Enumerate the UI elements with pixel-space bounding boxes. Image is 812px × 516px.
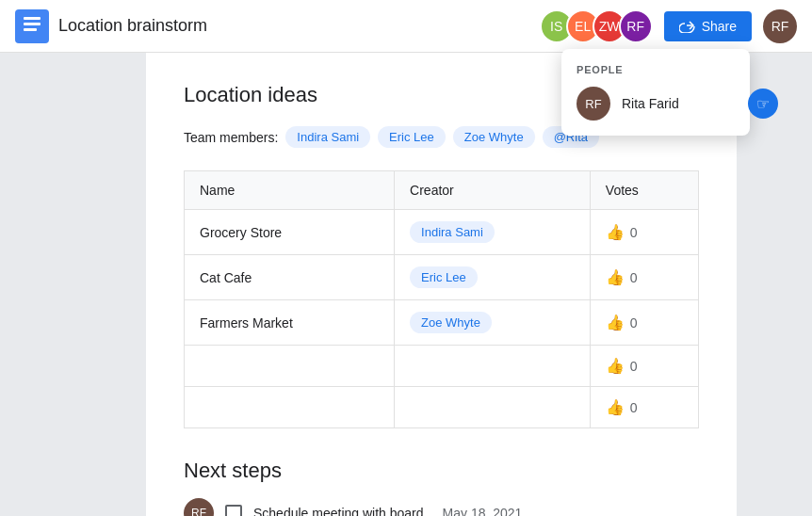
- table-row: Grocery Store Indira Sami 👍 0: [185, 210, 699, 255]
- vote-count: 0: [630, 315, 638, 331]
- row-creator: Indira Sami: [395, 210, 591, 255]
- task-checkbox[interactable]: [225, 505, 242, 516]
- svg-rect-0: [15, 9, 49, 43]
- row-votes[interactable]: 👍 0: [590, 255, 698, 300]
- row-votes[interactable]: 👍 0: [590, 387, 698, 428]
- people-section-label: PEOPLE: [577, 64, 735, 75]
- vote-count: 0: [630, 400, 638, 415]
- task-assignee-avatar: RF: [184, 498, 214, 516]
- header-right: IS EL ZW RF Share RF: [540, 9, 797, 43]
- collaborator-avatars: IS EL ZW RF: [540, 9, 653, 43]
- people-dropdown: PEOPLE RF Rita Farid ☞: [561, 49, 750, 136]
- col-name: Name: [185, 171, 395, 210]
- row-name[interactable]: Farmers Market: [185, 300, 395, 346]
- cursor-indicator: ☞: [748, 89, 778, 119]
- row-votes[interactable]: 👍 0: [590, 210, 698, 255]
- row-name[interactable]: Cat Cafe: [185, 255, 395, 300]
- share-icon: [679, 20, 696, 33]
- col-votes: Votes: [590, 171, 698, 210]
- document-title: Location brainstorm: [58, 16, 207, 36]
- table-row: Cat Cafe Eric Lee 👍 0: [185, 255, 699, 300]
- left-sidebar: [0, 53, 146, 516]
- table-row: 👍 0: [185, 346, 699, 387]
- person-row: RF Rita Farid ☞: [577, 87, 735, 121]
- row-name[interactable]: Grocery Store: [185, 210, 395, 255]
- avatar-rita[interactable]: RF: [619, 9, 653, 43]
- task-text: Schedule meeting with board: [253, 506, 424, 516]
- row-name[interactable]: [185, 346, 395, 387]
- row-name[interactable]: [185, 387, 395, 428]
- thumbs-up-icon: 👍: [606, 357, 625, 375]
- row-creator: Eric Lee: [395, 255, 591, 300]
- share-label: Share: [702, 19, 737, 34]
- svg-rect-3: [24, 28, 37, 31]
- location-ideas-table: Name Creator Votes Grocery Store Indira …: [184, 170, 699, 428]
- thumbs-up-icon: 👍: [606, 268, 625, 286]
- table-row: Farmers Market Zoe Whyte 👍 0: [185, 300, 699, 346]
- row-creator: [395, 387, 591, 428]
- table-row: 👍 0: [185, 387, 699, 428]
- share-button[interactable]: Share: [664, 11, 752, 41]
- app-header: Location brainstorm IS EL ZW RF Share RF: [0, 0, 812, 53]
- col-creator: Creator: [395, 171, 591, 210]
- vote-count: 0: [630, 270, 638, 285]
- team-chip-zoe[interactable]: Zoe Whyte: [453, 126, 535, 148]
- vote-count: 0: [630, 359, 638, 374]
- next-steps-heading: Next steps: [184, 459, 699, 483]
- team-members-label: Team members:: [184, 130, 278, 145]
- team-chip-indira[interactable]: Indira Sami: [285, 126, 370, 148]
- svg-rect-2: [24, 23, 41, 25]
- task-row: RF Schedule meeting with board May 18, 2…: [184, 498, 699, 516]
- svg-rect-1: [24, 17, 41, 20]
- cursor-hand-icon: ☞: [756, 95, 770, 113]
- header-left: Location brainstorm: [15, 9, 540, 43]
- docs-icon: [15, 9, 49, 43]
- person-name: Rita Farid: [622, 96, 679, 111]
- row-creator: [395, 346, 591, 387]
- task-due-date: May 18, 2021: [443, 506, 523, 516]
- row-creator: Zoe Whyte: [395, 300, 591, 346]
- person-avatar: RF: [577, 87, 610, 121]
- thumbs-up-icon: 👍: [606, 223, 625, 241]
- table-header-row: Name Creator Votes: [185, 171, 699, 210]
- row-votes[interactable]: 👍 0: [590, 346, 698, 387]
- row-votes[interactable]: 👍 0: [590, 300, 698, 346]
- user-account-avatar[interactable]: RF: [763, 9, 797, 43]
- thumbs-up-icon: 👍: [606, 314, 625, 331]
- vote-count: 0: [630, 225, 638, 240]
- team-chip-eric[interactable]: Eric Lee: [378, 126, 446, 148]
- thumbs-up-icon: 👍: [606, 398, 625, 416]
